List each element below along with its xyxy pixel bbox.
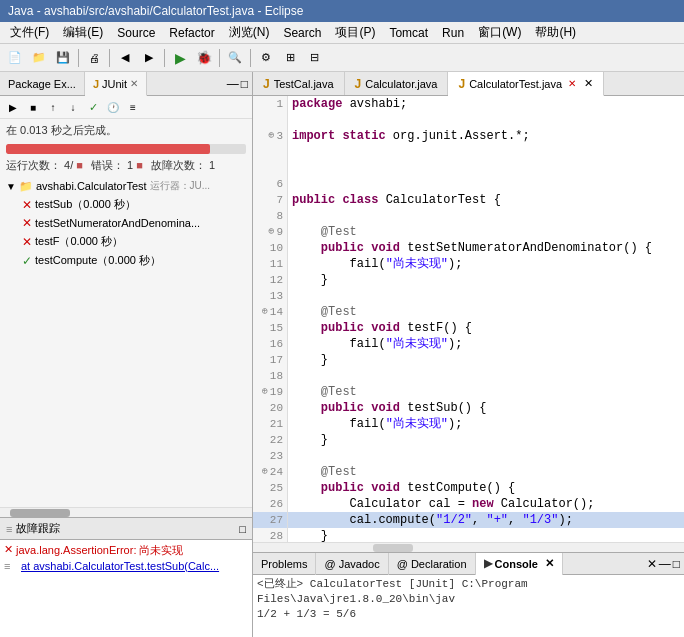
- line-num-27[interactable]: 27: [253, 512, 287, 528]
- toolbar-save[interactable]: 💾: [52, 47, 74, 69]
- menu-project[interactable]: 项目(P): [329, 22, 381, 43]
- code-line-19: @Test: [288, 384, 684, 400]
- code-line-16: fail("尚未实现");: [288, 336, 684, 352]
- stack-trace-panel: ≡ 故障跟踪 □ ✕ java.lang.AssertionError: 尚未实…: [0, 517, 252, 637]
- stack-trace-tab: ≡ 故障跟踪 □: [0, 518, 252, 540]
- console-minimize-icon[interactable]: —: [659, 557, 671, 571]
- stack-item-link[interactable]: at avshabi.CalculatorTest.testSub(Calc..…: [21, 560, 219, 572]
- menu-window[interactable]: 窗口(W): [472, 22, 527, 43]
- toolbar-search[interactable]: 🔍: [224, 47, 246, 69]
- tab-testcal[interactable]: J TestCal.java: [253, 72, 345, 95]
- line-num-11: 11: [253, 256, 287, 272]
- code-area: 1 3 6 7 8 9 10 11 12 13 14 15 16 17 18 1…: [253, 96, 684, 542]
- tab-javadoc[interactable]: @ Javadoc: [316, 553, 388, 575]
- tab-console[interactable]: ▶ Console ✕: [476, 553, 563, 575]
- scroll-thumb[interactable]: [10, 509, 70, 517]
- close-icon[interactable]: ✕: [545, 557, 554, 570]
- menu-refactor[interactable]: Refactor: [163, 24, 220, 42]
- tab-error-badge: ✕: [568, 78, 576, 89]
- junit-filter-btn[interactable]: ✓: [84, 98, 102, 116]
- editor-horizontal-scrollbar[interactable]: [253, 542, 684, 552]
- toolbar-debug[interactable]: 🐞: [193, 47, 215, 69]
- tab-console-label: Console: [495, 558, 538, 570]
- tab-declaration[interactable]: @ Declaration: [389, 553, 476, 575]
- tab-problems[interactable]: Problems: [253, 553, 316, 575]
- toolbar-misc1[interactable]: ⚙: [255, 47, 277, 69]
- tab-junit[interactable]: J JUnit ✕: [85, 72, 147, 96]
- toolbar-new[interactable]: 📄: [4, 47, 26, 69]
- stat-run-icon: ■: [76, 159, 83, 171]
- junit-icon: J: [93, 78, 99, 90]
- toolbar-back[interactable]: ◀: [114, 47, 136, 69]
- minimize-icon[interactable]: —: [227, 77, 239, 91]
- menu-source[interactable]: Source: [111, 24, 161, 42]
- menu-edit[interactable]: 编辑(E): [57, 22, 109, 43]
- title-text: Java - avshabi/src/avshabi/CalculatorTes…: [8, 4, 303, 18]
- junit-view-btn[interactable]: ≡: [124, 98, 142, 116]
- junit-tree: ▼ 📁 avshabi.CalculatorTest 运行器：JU... ✕ t…: [0, 175, 252, 507]
- stack-item-text[interactable]: java.lang.AssertionError: 尚未实现: [16, 543, 184, 558]
- tab-calculatortest[interactable]: J CalculatorTest.java ✕ ✕: [448, 72, 604, 96]
- menu-browse[interactable]: 浏览(N): [223, 22, 276, 43]
- line-num-14: 14: [253, 304, 287, 320]
- tab-package-explorer[interactable]: Package Ex...: [0, 72, 85, 95]
- line-num-21: 21: [253, 416, 287, 432]
- code-line-7: public class CalculatorTest {: [288, 192, 684, 208]
- junit-stop-btn[interactable]: ■: [24, 98, 42, 116]
- line-num-12: 12: [253, 272, 287, 288]
- tree-root[interactable]: ▼ 📁 avshabi.CalculatorTest 运行器：JU...: [2, 177, 250, 195]
- maximize-icon[interactable]: □: [241, 77, 248, 91]
- line-num-6: 6: [253, 176, 287, 192]
- tab-calculator[interactable]: J Calculator.java: [345, 72, 449, 95]
- stat-error-icon: ■: [136, 159, 143, 171]
- stack-indent-icon: ≡: [4, 560, 18, 572]
- junit-progress-fill: [6, 144, 210, 154]
- code-line-18: [288, 368, 684, 384]
- editor-scroll-thumb[interactable]: [373, 544, 413, 552]
- toolbar-forward[interactable]: ▶: [138, 47, 160, 69]
- main-area: Package Ex... J JUnit ✕ — □ ▶ ■ ↑ ↓ ✓ 🕐: [0, 72, 684, 637]
- menu-help[interactable]: 帮助(H): [529, 22, 582, 43]
- list-item[interactable]: ✕ testF（0.000 秒）: [2, 232, 250, 251]
- code-line-23: [288, 448, 684, 464]
- code-line-27: cal.compute("1/2", "+", "1/3");: [288, 512, 684, 528]
- java-icon: J: [263, 77, 270, 91]
- list-item[interactable]: ✕ testSub（0.000 秒）: [2, 195, 250, 214]
- line-num-1: 1: [253, 96, 287, 112]
- code-content[interactable]: package avshabi; import static org.junit…: [288, 96, 684, 542]
- console-line-2: 1/2 + 1/3 = 5/6: [257, 607, 680, 622]
- junit-status-text: 在 0.013 秒之后完成。: [6, 124, 117, 136]
- junit-run-btn[interactable]: ▶: [4, 98, 22, 116]
- junit-scrollbar[interactable]: [0, 507, 252, 517]
- list-item[interactable]: ✓ testCompute（0.000 秒）: [2, 251, 250, 270]
- menu-file[interactable]: 文件(F): [4, 22, 55, 43]
- pass-icon: ✓: [22, 254, 32, 268]
- junit-up-btn[interactable]: ↑: [44, 98, 62, 116]
- line-num-3: 3: [253, 128, 287, 144]
- toolbar-print[interactable]: 🖨: [83, 47, 105, 69]
- code-line-11: fail("尚未实现");: [288, 256, 684, 272]
- tree-child-label: testSub（0.000 秒）: [35, 197, 136, 212]
- console-clear-icon[interactable]: ✕: [647, 557, 657, 571]
- toolbar-open[interactable]: 📁: [28, 47, 50, 69]
- close-icon[interactable]: ✕: [130, 78, 138, 89]
- toolbar-run[interactable]: ▶: [169, 47, 191, 69]
- line-num-17: 17: [253, 352, 287, 368]
- toolbar-misc2[interactable]: ⊞: [279, 47, 301, 69]
- menu-bar: 文件(F) 编辑(E) Source Refactor 浏览(N) Search…: [0, 22, 684, 44]
- menu-run[interactable]: Run: [436, 24, 470, 42]
- code-line-26: Calculator cal = new Calculator();: [288, 496, 684, 512]
- list-item: ✕ java.lang.AssertionError: 尚未实现: [4, 542, 248, 559]
- list-item[interactable]: ✕ testSetNumeratorAndDenomina...: [2, 214, 250, 232]
- console-maximize-icon[interactable]: □: [673, 557, 680, 571]
- close-icon[interactable]: ✕: [584, 77, 593, 90]
- stack-trace-icon: ≡: [6, 523, 12, 535]
- menu-search[interactable]: Search: [277, 24, 327, 42]
- menu-tomcat[interactable]: Tomcat: [383, 24, 434, 42]
- stat-run: 运行次数： 4/ ■: [6, 158, 83, 173]
- toolbar-misc3[interactable]: ⊟: [303, 47, 325, 69]
- junit-down-btn[interactable]: ↓: [64, 98, 82, 116]
- tree-expand-icon: ▼: [6, 181, 16, 192]
- junit-history-btn[interactable]: 🕐: [104, 98, 122, 116]
- stack-minimize-icon[interactable]: □: [239, 523, 246, 535]
